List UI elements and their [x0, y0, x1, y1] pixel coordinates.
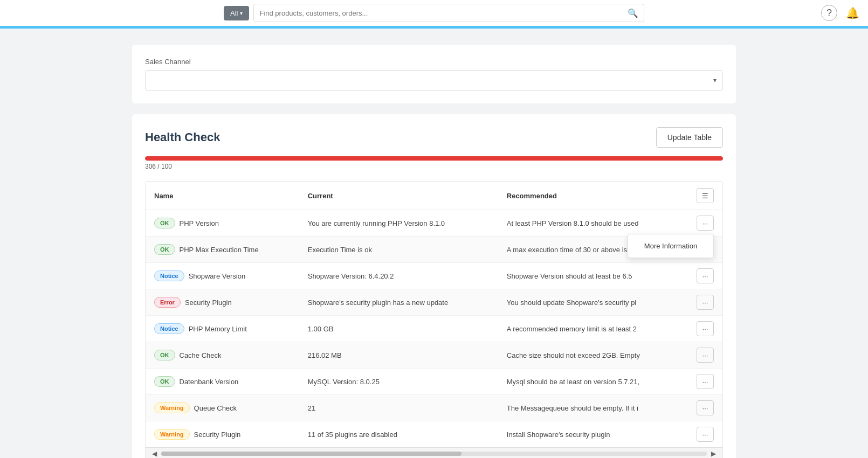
actions-cell: ···: [688, 421, 722, 448]
current-cell: 216.02 MB: [299, 342, 498, 369]
status-badge: Notice: [154, 323, 184, 334]
status-badge: Warning: [154, 403, 190, 413]
table-row: OK PHP Version You are currently running…: [146, 210, 722, 237]
table-row: Error Security Plugin Shopware's securit…: [146, 289, 722, 316]
name-cell: Warning Queue Check: [146, 395, 299, 421]
recommended-cell: A recommended memory limit is at least 2: [498, 316, 688, 342]
health-check-section: Health Check Update Table 306 / 100 Name…: [132, 114, 736, 458]
recommended-cell: The Messagequeue should be empty. If it …: [498, 395, 688, 421]
dropdown-popup: More Information: [628, 234, 714, 258]
row-actions-button[interactable]: ···: [697, 321, 714, 336]
status-badge: Warning: [154, 429, 190, 440]
sales-channel-select[interactable]: [145, 70, 723, 91]
column-settings-button[interactable]: ☰: [697, 188, 714, 203]
status-badge: OK: [154, 218, 175, 228]
filter-label: All: [230, 9, 238, 17]
sales-channel-section: Sales Channel ▾: [132, 45, 736, 103]
recommended-cell: Shopware Version should at least be 6.5: [498, 263, 688, 289]
actions-cell: ···: [688, 263, 722, 289]
current-cell: Execution Time is ok: [299, 237, 498, 263]
table-row: OK Datenbank Version MySQL Version: 8.0.…: [146, 369, 722, 395]
ellipsis-icon: ···: [702, 378, 708, 386]
ellipsis-icon: ···: [702, 431, 708, 439]
scrollbar-row: ◀ ▶: [146, 447, 722, 458]
update-table-button[interactable]: Update Table: [656, 127, 723, 148]
current-cell: 21: [299, 395, 498, 421]
search-icon: 🔍: [628, 9, 638, 18]
row-actions-button[interactable]: ···: [697, 268, 714, 283]
recommended-cell: Cache size should not exceed 2GB. Empty: [498, 342, 688, 369]
table-row: Warning Queue Check 21The Messagequeue s…: [146, 395, 722, 421]
recommended-cell: Install Shopware's security plugin: [498, 421, 688, 448]
name-cell: Notice PHP Memory Limit: [146, 316, 299, 342]
row-actions-button[interactable]: ···: [697, 216, 714, 231]
ellipsis-icon: ···: [702, 325, 708, 333]
check-name: Queue Check: [194, 404, 237, 412]
table-wrapper: Name Current Recommended ☰: [145, 181, 723, 458]
name-cell: OK PHP Max Execution Time: [146, 237, 299, 263]
row-actions-button[interactable]: ···: [697, 348, 714, 363]
actions-cell: ···: [688, 395, 722, 421]
bell-icon: 🔔: [846, 7, 859, 19]
chevron-down-icon: ▾: [240, 10, 243, 16]
ellipsis-icon: ···: [702, 351, 708, 359]
ellipsis-icon: ···: [702, 299, 708, 307]
current-cell: Shopware's security plugin has a new upd…: [299, 289, 498, 316]
actions-cell: ···: [688, 369, 722, 395]
progress-container: 306 / 100: [145, 156, 723, 170]
recommended-cell: You should update Shopware's security pl: [498, 289, 688, 316]
scrollbar-thumb: [161, 452, 461, 456]
name-cell: Notice Shopware Version: [146, 263, 299, 289]
help-button[interactable]: ?: [821, 5, 837, 21]
actions-cell: ···: [688, 316, 722, 342]
row-actions-button[interactable]: ···: [697, 295, 714, 310]
current-cell: MySQL Version: 8.0.25: [299, 369, 498, 395]
table-row: Warning Security Plugin 11 of 35 plugins…: [146, 421, 722, 448]
search-input[interactable]: [259, 9, 628, 17]
more-information-item[interactable]: More Information: [628, 237, 713, 255]
top-nav: All ▾ 🔍 ? 🔔: [0, 0, 868, 27]
table-row: Notice Shopware Version Shopware Version…: [146, 263, 722, 289]
ellipsis-icon: ···: [702, 272, 708, 280]
status-badge: Notice: [154, 270, 184, 281]
search-input-wrapper: 🔍: [253, 4, 644, 22]
recommended-cell: Mysql should be at least on version 5.7.…: [498, 369, 688, 395]
name-cell: Error Security Plugin: [146, 289, 299, 316]
check-name: Security Plugin: [194, 431, 241, 439]
row-actions-button[interactable]: ···: [697, 427, 714, 442]
ellipsis-icon: ···: [702, 219, 708, 227]
name-cell: OK Cache Check: [146, 342, 299, 369]
search-filter-button[interactable]: All ▾: [224, 6, 249, 20]
scroll-right-button[interactable]: ▶: [709, 450, 718, 457]
name-cell: OK PHP Version: [146, 210, 299, 237]
notifications-button[interactable]: 🔔: [846, 6, 859, 19]
nav-right: ? 🔔: [821, 5, 859, 21]
sales-channel-select-wrapper: ▾: [145, 70, 723, 91]
row-actions-button[interactable]: ···: [697, 400, 714, 415]
check-name: PHP Max Execution Time: [180, 246, 259, 254]
status-badge: OK: [154, 376, 175, 387]
health-check-table: Name Current Recommended ☰: [146, 182, 722, 447]
table-row: OK Cache Check 216.02 MBCache size shoul…: [146, 342, 722, 369]
list-icon: ☰: [702, 192, 708, 200]
progress-label: 306 / 100: [145, 163, 723, 170]
search-area: All ▾ 🔍: [224, 4, 644, 22]
col-current: Current: [299, 182, 498, 210]
search-icon-button[interactable]: 🔍: [628, 8, 638, 18]
sales-channel-label: Sales Channel: [145, 58, 723, 66]
check-name: Cache Check: [180, 351, 222, 359]
name-cell: OK Datenbank Version: [146, 369, 299, 395]
table-row: Notice PHP Memory Limit 1.00 GBA recomme…: [146, 316, 722, 342]
current-cell: 11 of 35 plugins are disabled: [299, 421, 498, 448]
health-check-title: Health Check: [145, 130, 220, 144]
scroll-left-button[interactable]: ◀: [150, 450, 159, 457]
col-name: Name: [146, 182, 299, 210]
help-icon: ?: [826, 8, 832, 19]
name-cell: Warning Security Plugin: [146, 421, 299, 448]
status-badge: Error: [154, 297, 181, 308]
progress-bar-track: [145, 156, 723, 161]
actions-cell: ···: [688, 289, 722, 316]
status-badge: OK: [154, 244, 175, 255]
check-name: PHP Memory Limit: [189, 325, 247, 333]
row-actions-button[interactable]: ···: [697, 374, 714, 389]
